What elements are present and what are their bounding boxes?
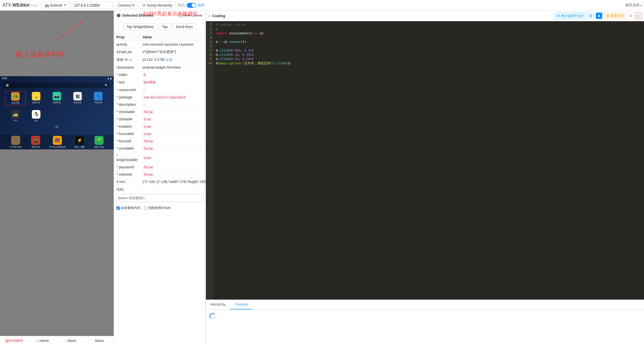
tab-hierarchy[interactable]: Hierarchy — [206, 300, 230, 309]
dump-hierarchy-button[interactable]: ⟳ Dump Hierarchy — [139, 2, 176, 9]
device-screen[interactable]: 6:46▲ ▮ 🔍 🐲自在西游💡逍遥向导📷逍遥市场▦系统应用🐾手机百度 🚕ATX… — [0, 76, 114, 149]
annotation-leaf-tip: 小绿叶亮起表示连接成功 — [142, 11, 197, 17]
device-pane: 输入设备序列号 12 6:46▲ ▮ 🔍 🐲自在西游💡逍遥向导📷逍遥市场▦系统应… — [0, 11, 114, 345]
gear-icon — [117, 14, 121, 17]
app-item: 🎮元气骑士前传 — [10, 136, 22, 148]
refresh-icon: C — [637, 14, 640, 18]
table-row: * selectedfalse — [114, 171, 206, 178]
app-item: 💡逍遥向导 — [26, 91, 46, 105]
generated-code[interactable]: d(text="自在西游") — [115, 194, 204, 202]
table-row: * description — [114, 101, 206, 108]
device-ip-input[interactable] — [71, 2, 113, 9]
app-item: 🧩冒险大作战 — [94, 136, 104, 148]
table-row: classNameandroid.widget.TextView — [114, 64, 206, 71]
annotation-arrow — [55, 21, 82, 41]
table-row: * focusedfalse — [114, 138, 206, 145]
table-row: * enabledtrue — [114, 123, 206, 130]
tap-button[interactable]: Tap — [159, 23, 171, 30]
realtime-label: 实时 — [198, 3, 205, 8]
chevron-left-icon: ‹ — [66, 339, 67, 343]
leaf-icon: ☘ — [132, 4, 135, 7]
platform-dropdown[interactable]: 🤖 Android ▼ — [41, 2, 70, 9]
music-icon — [208, 14, 211, 18]
refresh-button[interactable]: C — [635, 13, 642, 19]
app-item: 🐻皮卡堂之梦想起源 — [49, 136, 65, 148]
android-icon: 🤖 — [45, 3, 49, 7]
table-row: * scrollablefalse — [114, 145, 206, 152]
device-searchbar: 🔍 — [3, 83, 111, 88]
docs-link[interactable]: 相关文档▾ — [625, 3, 641, 8]
google-icon — [6, 84, 9, 87]
code-label: 代码 — [114, 185, 205, 194]
refresh-icon: ⟳ — [143, 3, 146, 7]
run-button[interactable]: ⚙单行或选中运行 — [555, 12, 586, 19]
stop-icon: ■ — [598, 14, 600, 18]
home-icon: ⌂ — [36, 339, 38, 343]
force-xpath-checkbox[interactable]: 强制使用XPath — [144, 206, 170, 210]
reset-code-button[interactable]: 🗑重置代码 — [604, 12, 626, 19]
app-item: 🐧QQ — [26, 109, 46, 122]
table-row: * resourceId — [114, 86, 206, 94]
settings-button[interactable]: ⚙ — [588, 13, 594, 19]
table-row: activitycom.microvirt.launcher.Launcher — [114, 41, 206, 48]
table-row: 坐标 % px(0.132, 0.278) 点击 — [114, 56, 206, 64]
brand: ATX WEditor 0.6.4 — [3, 3, 38, 8]
coding-title: Coding — [212, 14, 225, 18]
search-icon: 🔍 — [105, 84, 108, 87]
tap-widget-button[interactable]: Tap Widget(Beta) — [123, 23, 157, 30]
table-row: XPathLite//*[@text="自在西游"] — [114, 48, 206, 56]
stop-button[interactable]: ■ — [596, 13, 602, 19]
caret-down-icon: ▼ — [64, 4, 66, 7]
menu-button[interactable]: Menu — [85, 336, 114, 345]
coding-pane: Coding ⚙单行或选中运行 ⚙ ■ 🗑重置代码 ⧉ C 1234567891… — [206, 11, 644, 345]
autocopy-checkbox[interactable]: 自动复制代码 — [116, 206, 140, 210]
gear-icon: ⚙ — [589, 14, 592, 18]
annotation-input-serial: 输入设备序列号 — [16, 50, 65, 59]
table-row: * index0 — [114, 71, 206, 78]
table-row: * packagecom.microvirt.launcher2 — [114, 94, 206, 101]
table-row: # rect{"x":105,"y":138,"width":278,"heig… — [114, 178, 206, 185]
properties-table: PropValue activitycom.microvirt.launcher… — [114, 34, 206, 185]
bottom-tabs: Hierarchy Console — [206, 300, 644, 310]
table-row: * focusabletrue — [114, 130, 206, 138]
app-item: ⚡雷电：觉醒 — [75, 136, 85, 148]
click-link[interactable]: 点击 — [165, 58, 173, 62]
send-keys-button[interactable]: Send Keys — [173, 23, 196, 30]
connect-button[interactable]: Connect ☘ — [114, 2, 138, 9]
app-item: 📷逍遥市场 — [46, 91, 67, 105]
copy-icon: ⧉ — [630, 14, 632, 18]
console-output — [206, 310, 644, 345]
app-item: 🐾手机百度 — [88, 91, 109, 105]
table-row: * checkablefalse — [114, 108, 206, 116]
table-row: * text自在西游 — [114, 78, 206, 86]
home-button[interactable]: ⌂Home — [29, 336, 57, 345]
trash-icon: 🗑 — [606, 14, 609, 18]
tab-console[interactable]: Console — [230, 300, 252, 309]
caret-down-icon: ▾ — [640, 4, 641, 7]
device-controls: ⏻POWER ⌂Home ‹Back Menu — [0, 336, 114, 345]
page-indicator: ⟳ — [0, 124, 114, 129]
device-statusbar: 6:46▲ ▮ — [0, 76, 114, 81]
table-row: * clickabletrue — [114, 116, 206, 123]
back-button[interactable]: ‹Back — [57, 336, 85, 345]
table-row: * longClickabletrue — [114, 152, 206, 164]
app-item: ▦系统应用 — [67, 91, 88, 105]
top-toolbar: ATX WEditor 0.6.4 🤖 Android ▼ Connect ☘ … — [0, 0, 644, 11]
code-editor[interactable]: 12345678910 # coding: utf-8#import uiaut… — [206, 21, 644, 300]
selected-element-pane: 小绿叶亮起表示连接成功 Selected Element Clear Canva… — [114, 11, 206, 345]
table-row: * passwordfalse — [114, 164, 206, 171]
app-item: 🥷锦绣江湖 — [31, 136, 40, 148]
realtime-toggle[interactable] — [187, 3, 196, 8]
app-item: 🚕ATX — [5, 109, 26, 122]
app-item: 🐲自在西游 — [5, 91, 26, 105]
static-label: 静态 — [178, 3, 185, 8]
gear-icon: ⚙ — [557, 14, 560, 18]
power-button[interactable]: ⏻POWER — [0, 336, 29, 345]
power-icon: ⏻ — [5, 339, 9, 343]
copy-button[interactable]: ⧉ — [627, 13, 634, 19]
loading-spinner — [209, 313, 216, 319]
